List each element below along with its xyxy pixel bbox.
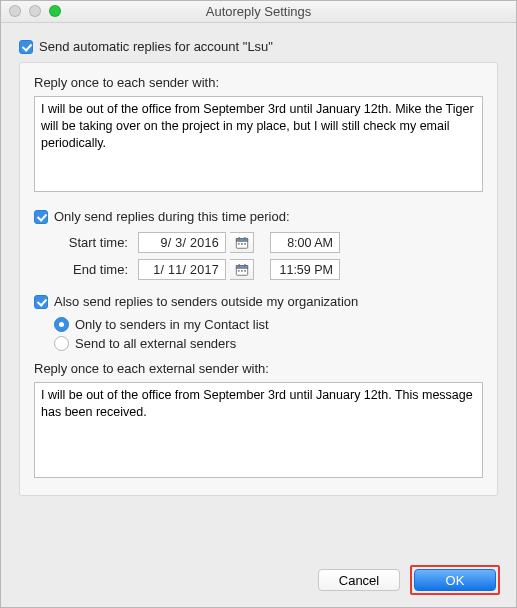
svg-rect-2 [238,237,239,240]
end-time-row: End time: 1/ 11/ 2017 11:59 PM [54,259,483,280]
send-auto-replies-checkbox[interactable] [19,40,33,54]
internal-reply-label: Reply once to each sender with: [34,75,483,90]
time-period-label: Only send replies during this time perio… [54,209,290,224]
minimize-window-button[interactable] [29,5,41,17]
settings-panel: Reply once to each sender with: I will b… [19,62,498,496]
calendar-icon [235,236,249,250]
ok-button[interactable]: OK [414,569,496,591]
start-time-field[interactable]: 8:00 AM [270,232,340,253]
send-auto-replies-row[interactable]: Send automatic replies for account "Lsu" [19,39,498,54]
svg-rect-12 [241,270,243,272]
close-window-button[interactable] [9,5,21,17]
cancel-button[interactable]: Cancel [318,569,400,591]
svg-rect-6 [244,243,246,245]
external-replies-checkbox[interactable] [34,295,48,309]
radio-all[interactable] [54,336,69,351]
svg-rect-13 [244,270,246,272]
time-period-checkbox[interactable] [34,210,48,224]
start-date-picker-button[interactable] [230,232,254,253]
dialog-footer: Cancel OK [318,565,500,595]
start-time-row: Start time: 9/ 3/ 2016 8:00 AM [54,232,483,253]
end-time-field[interactable]: 11:59 PM [270,259,340,280]
internal-reply-textarea[interactable]: I will be out of the office from Septemb… [34,96,483,192]
external-reply-textarea[interactable]: I will be out of the office from Septemb… [34,382,483,478]
content-area: Send automatic replies for account "Lsu"… [1,23,516,510]
radio-contacts-row[interactable]: Only to senders in my Contact list [54,317,483,332]
svg-rect-5 [241,243,243,245]
svg-rect-10 [244,264,245,267]
svg-rect-11 [237,270,239,272]
autoreply-settings-window: Autoreply Settings Send automatic replie… [0,0,517,608]
window-title: Autoreply Settings [206,4,312,19]
end-date-field[interactable]: 1/ 11/ 2017 [138,259,226,280]
window-titlebar: Autoreply Settings [1,1,516,23]
end-date-picker-button[interactable] [230,259,254,280]
external-replies-label: Also send replies to senders outside my … [54,294,358,309]
external-options: Only to senders in my Contact list Send … [54,317,483,351]
start-date-field[interactable]: 9/ 3/ 2016 [138,232,226,253]
radio-contacts[interactable] [54,317,69,332]
zoom-window-button[interactable] [49,5,61,17]
time-period-fields: Start time: 9/ 3/ 2016 8:00 AM End time:… [54,232,483,280]
radio-all-row[interactable]: Send to all external senders [54,336,483,351]
calendar-icon [235,263,249,277]
ok-button-highlight: OK [410,565,500,595]
svg-rect-3 [244,237,245,240]
time-period-row[interactable]: Only send replies during this time perio… [34,209,483,224]
svg-rect-8 [236,265,247,268]
end-time-label: End time: [54,262,134,277]
svg-rect-4 [237,243,239,245]
external-reply-label: Reply once to each external sender with: [34,361,483,376]
radio-contacts-label: Only to senders in my Contact list [75,317,269,332]
start-time-label: Start time: [54,235,134,250]
svg-rect-1 [236,238,247,241]
external-replies-row[interactable]: Also send replies to senders outside my … [34,294,483,309]
svg-rect-9 [238,264,239,267]
send-auto-replies-label: Send automatic replies for account "Lsu" [39,39,273,54]
radio-all-label: Send to all external senders [75,336,236,351]
window-controls [9,5,61,17]
